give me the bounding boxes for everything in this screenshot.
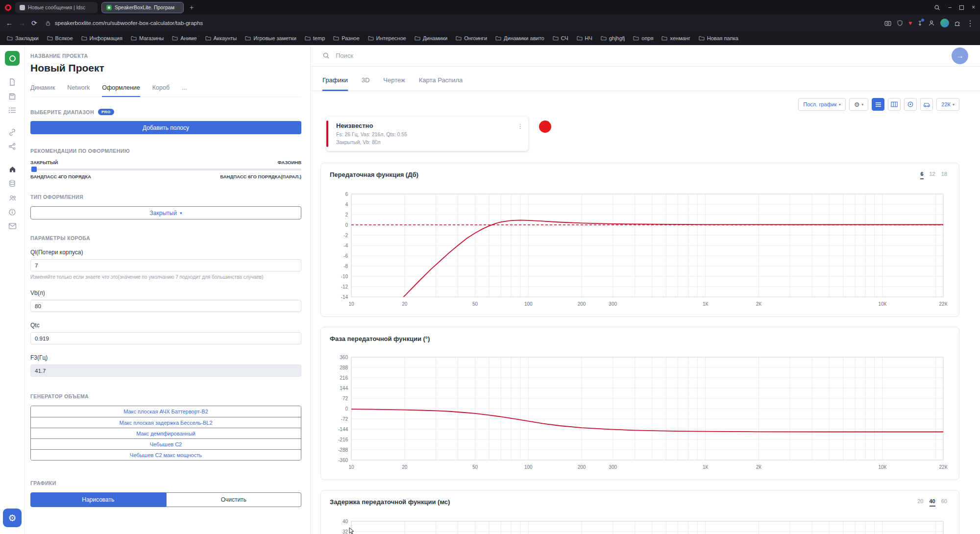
browser-menu-icon[interactable]	[5, 4, 11, 11]
design-recommendation-slider[interactable]	[30, 169, 301, 170]
bookmark-folder[interactable]: хенманг	[662, 35, 690, 41]
link-icon[interactable]	[8, 128, 16, 136]
new-tab-button[interactable]: +	[188, 3, 196, 11]
list-view-button[interactable]	[872, 98, 884, 111]
main-tab-Графики[interactable]: Графики	[322, 76, 348, 91]
driver-card[interactable]: Неизвестно Fs: 26 Гц, Vas: 216л, Qts: 0.…	[326, 117, 528, 151]
field-qtc: Qtc	[30, 322, 301, 344]
bookmark-folder[interactable]: temp	[305, 35, 325, 41]
draw-button[interactable]: Нарисовать	[30, 492, 166, 507]
info-icon[interactable]	[8, 208, 16, 216]
slider-handle[interactable]	[31, 167, 37, 172]
clear-button[interactable]: Очистить	[166, 492, 302, 507]
bookmark-folder[interactable]: Закладки	[7, 35, 39, 41]
chart-range-option-60[interactable]: 60	[941, 498, 947, 507]
car-view-button[interactable]	[920, 98, 933, 111]
share-icon[interactable]	[8, 143, 16, 150]
bookmark-folder[interactable]: Аккаунты	[205, 35, 237, 41]
project-tab-Короб[interactable]: Короб	[152, 84, 170, 97]
profile-icon[interactable]	[928, 20, 935, 26]
add-band-button[interactable]: Добавить полосу	[30, 121, 301, 134]
chart-range-option-12[interactable]: 12	[930, 171, 935, 179]
chart-settings-dropdown[interactable]: ⚙ ▾	[849, 98, 869, 111]
users-icon[interactable]	[8, 194, 17, 202]
bookmark-folder[interactable]: Онгоинги	[456, 35, 487, 41]
bookmark-folder[interactable]: Разное	[333, 35, 359, 41]
bookmark-folder[interactable]: НЧ	[577, 35, 592, 41]
file-icon[interactable]	[8, 78, 16, 86]
search-submit-button[interactable]: →	[952, 48, 968, 64]
columns-view-button[interactable]	[888, 98, 901, 111]
project-tab-Оформление[interactable]: Оформление	[102, 84, 140, 97]
bookmark-folder[interactable]: опря	[633, 35, 653, 41]
red-marker-dot[interactable]	[539, 121, 551, 133]
close-icon[interactable]: ×	[972, 4, 975, 11]
generator-option[interactable]: Макс плоская АЧХ Баттерворт-B2	[31, 406, 301, 417]
svg-text:-72: -72	[341, 416, 348, 422]
generator-option[interactable]: Макс демпфированный	[31, 428, 301, 438]
back-icon[interactable]: ←	[6, 19, 13, 27]
tab-title: SpeakerBoxLite. Програм	[115, 4, 174, 10]
bookmark-folder[interactable]: Динамики авито	[495, 35, 544, 41]
chart-range-option-20[interactable]: 20	[917, 498, 923, 507]
driver-circle-button[interactable]	[904, 98, 917, 111]
favorites-heart-icon[interactable]: ♥	[908, 20, 912, 26]
main-tab-Чертеж[interactable]: Чертеж	[383, 76, 405, 91]
shield-icon[interactable]	[897, 20, 903, 26]
mail-icon[interactable]	[8, 222, 17, 230]
minimize-icon[interactable]: –	[948, 4, 952, 11]
ql-input[interactable]	[30, 259, 301, 271]
svg-text:22К: 22К	[939, 301, 948, 307]
settings-gear-button[interactable]: ⚙	[3, 509, 22, 527]
bookmark-folder[interactable]: Информация	[81, 35, 122, 41]
design-type-label: ТИП ОФОРМЛЕНИЯ	[30, 194, 301, 200]
card-menu-dots-icon[interactable]: ⋮	[517, 122, 523, 130]
download-icon[interactable]: ↧	[917, 20, 923, 27]
maximize-icon[interactable]	[959, 5, 964, 10]
last-graph-dropdown[interactable]: Посл. график ▾	[798, 98, 845, 111]
database-icon[interactable]	[8, 179, 16, 188]
bookmark-folder[interactable]: Всякое	[47, 35, 73, 41]
avatar[interactable]	[940, 19, 949, 27]
project-tab-...[interactable]: ...	[182, 84, 187, 97]
vb-input[interactable]	[30, 300, 301, 312]
generator-option[interactable]: Чебышев C2	[31, 438, 301, 449]
forward-icon[interactable]: →	[19, 19, 25, 27]
bookmark-folder[interactable]: Интересное	[368, 35, 406, 41]
qtc-input[interactable]	[30, 332, 301, 344]
save-icon[interactable]	[8, 93, 16, 100]
browser-tab-speakerboxlite[interactable]: SpeakerBoxLite. Програм	[101, 2, 184, 13]
capture-icon[interactable]	[884, 20, 891, 26]
extensions-icon[interactable]	[955, 20, 961, 26]
bookmark-folder[interactable]: СЧ	[553, 35, 568, 41]
chart-range-option-6[interactable]: 6	[920, 171, 923, 179]
bookmark-folder[interactable]: Динамики	[415, 35, 447, 41]
home-icon[interactable]	[8, 165, 17, 173]
project-tab-Динамик[interactable]: Динамик	[30, 84, 55, 97]
browser-tab-messages[interactable]: Новые сообщения | ldsc	[15, 2, 98, 13]
search-input[interactable]	[336, 52, 946, 59]
design-type-dropdown[interactable]: Закрытый ▾	[30, 206, 301, 219]
reload-icon[interactable]: ⟳	[31, 19, 37, 27]
site-lock-icon[interactable]	[45, 20, 51, 26]
list-icon[interactable]	[8, 107, 16, 114]
generator-option[interactable]: Чебышев C2 макс мощность	[31, 449, 301, 460]
freq-range-dropdown[interactable]: 22К ▾	[936, 98, 959, 111]
project-tab-Network[interactable]: Network	[67, 84, 90, 97]
bookmark-folder[interactable]: Игровые заметки	[245, 35, 296, 41]
bookmark-folder[interactable]: ghjhgfj	[601, 35, 625, 41]
app-logo[interactable]	[5, 51, 20, 66]
generator-option[interactable]: Макс плоская задержка Бессель-BL2	[31, 417, 301, 428]
svg-text:360: 360	[340, 355, 348, 360]
chart-range-option-18[interactable]: 18	[941, 171, 947, 179]
bookmark-folder[interactable]: Магазины	[131, 35, 164, 41]
chart-range-option-40[interactable]: 40	[930, 498, 935, 507]
browser-menu-dots-icon[interactable]: ⋮	[966, 19, 974, 28]
pro-badge: PRO	[98, 109, 114, 115]
bookmark-folder[interactable]: Новая папка	[699, 35, 738, 41]
url-bar[interactable]: speakerboxlite.com/ru/subwoofer-box-calc…	[43, 20, 879, 26]
browser-search-icon[interactable]	[934, 4, 940, 11]
main-tab-3D[interactable]: 3D	[362, 76, 370, 91]
bookmark-folder[interactable]: Аниме	[172, 35, 196, 41]
main-tab-Карта Распила[interactable]: Карта Распила	[419, 76, 463, 91]
